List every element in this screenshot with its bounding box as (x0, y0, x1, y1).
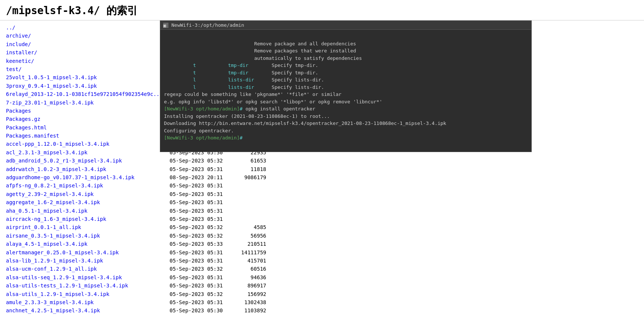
file-link[interactable]: alsa-utils_1.2.9-1_mipsel-3.4.ipk (6, 290, 170, 298)
list-item: alsa-utils-tests_1.2.9-1_mipsel-3.4.ipk0… (6, 281, 638, 290)
file-link[interactable]: accel-ppp_1.12.0-1_mipsel-3.4.ipk (6, 140, 170, 148)
option-l1: l lists-dir Specify lists-dir. (164, 77, 324, 83)
file-date: 05-Sep-2023 05:31 (170, 281, 236, 290)
file-link[interactable]: adguardhome-go_v0.107.37-1_mipsel-3.4.ip… (6, 173, 170, 181)
list-item: anchnet_4.2.5-1_mipsel-3.4.ipk05-Sep-202… (6, 306, 638, 315)
help-line-1: Remove package and all dependencies (164, 41, 356, 46)
list-item: alsa-lib_1.2.9-1_mipsel-3.4.ipk05-Sep-20… (6, 257, 638, 265)
regexp-hint-1: regexp could be something like 'pkgname*… (164, 91, 341, 97)
file-link[interactable]: afpfs-ng_0.8.2-1_mipsel-3.4.ipk (6, 181, 170, 190)
file-link[interactable]: alsa-lib_1.2.9-1_mipsel-3.4.ipk (6, 257, 170, 265)
file-size: 56956 (236, 232, 266, 240)
file-date: 08-Sep-2023 20:11 (170, 173, 236, 181)
option-t1: t tmp-dir Specify tmp-dir. (164, 62, 318, 68)
file-date: 05-Sep-2023 05:30 (170, 306, 236, 315)
file-size: 1103892 (236, 306, 266, 315)
file-link[interactable]: alsa-utils-tests_1.2.9-1_mipsel-3.4.ipk (6, 281, 170, 290)
file-link[interactable]: acl_2.3.1-3_mipsel-3.4.ipk (6, 148, 170, 157)
file-size: 14111759 (236, 248, 266, 257)
list-item: agetty_2.39-2_mipsel-3.4.ipk05-Sep-2023 … (6, 190, 638, 198)
file-size: 9086179 (236, 173, 266, 181)
terminal-window[interactable]: ▣ NewWifi-3:/opt/home/admin Remove packa… (160, 20, 532, 152)
file-date: 05-Sep-2023 05:31 (170, 165, 236, 173)
file-size: 210511 (236, 240, 266, 248)
list-item: aha_0.5.1-1_mipsel-3.4.ipk05-Sep-2023 05… (6, 207, 638, 215)
file-link[interactable]: aha_0.5.1-1_mipsel-3.4.ipk (6, 207, 170, 215)
file-date: 05-Sep-2023 05:32 (170, 265, 236, 273)
file-date: 05-Sep-2023 05:32 (170, 157, 236, 165)
list-item: alsa-ucm-conf_1.2.9-1_all.ipk05-Sep-2023… (6, 265, 638, 273)
file-link[interactable]: 7-zip_23.01-1_mipsel-3.4.ipk (6, 99, 170, 107)
list-item: addrwatch_1.0.2-3_mipsel-3.4.ipk05-Sep-2… (6, 165, 638, 173)
list-item: aircrack-ng_1.6-3_mipsel-3.4.ipk05-Sep-2… (6, 215, 638, 223)
file-link[interactable]: Packages.html (6, 123, 170, 132)
terminal-titlebar: ▣ NewWifi-3:/opt/home/admin (160, 21, 531, 30)
regexp-hint-2: e.g. opkg info 'libstd*' or opkg search … (164, 99, 382, 104)
file-link[interactable]: Packages.manifest (6, 132, 170, 140)
page-title: /mipselsf-k3.4/ 的索引 (6, 4, 638, 18)
file-size: 896917 (236, 281, 266, 290)
terminal-body: Remove package and all dependencies Remo… (160, 30, 531, 152)
list-item: adb_android_5.0.2_r1-3_mipsel-3.4.ipk05-… (6, 157, 638, 165)
file-link[interactable]: alaya_4.5-1_mipsel-3.4.ipk (6, 240, 170, 248)
content-area: ../ archive/08-Sep-2023 20:32-include/05… (0, 20, 644, 318)
file-link[interactable]: archive/ (6, 32, 170, 40)
list-item: alertmanager_0.25.0-1_mipsel-3.4.ipk05-S… (6, 248, 638, 257)
prompt-line-2: [NewWifi-3 opt/home/admin]# (164, 135, 242, 141)
option-t2: t tmp-dir Specify tmp-dir. (164, 70, 318, 75)
file-date: 05-Sep-2023 05:31 (170, 181, 236, 190)
file-link[interactable]: anchnet_4.2.5-1_mipsel-3.4.ipk (6, 306, 170, 315)
file-link[interactable]: airsane_0.3.5-1_mipsel-3.4.ipk (6, 232, 170, 240)
help-line-2: Remove packages that were installed (164, 48, 356, 54)
prompt-line-1: [NewWifi-3 opt/home/admin]# opkg install… (164, 106, 315, 112)
help-line-3: automatically to satisfy dependencies (164, 55, 362, 61)
file-link[interactable]: Packages.gz (6, 115, 170, 123)
file-date: 05-Sep-2023 05:33 (170, 240, 236, 248)
file-date: 05-Sep-2023 05:31 (170, 257, 236, 265)
install-line-1: Installing opentracker (2021-08-23-11086… (164, 113, 330, 119)
file-size: 1302438 (236, 298, 266, 306)
file-link[interactable]: airprint_0.0.1-1_all.ipk (6, 223, 170, 231)
file-link[interactable]: Packages (6, 107, 170, 115)
file-link[interactable]: adb_android_5.0.2_r1-3_mipsel-3.4.ipk (6, 157, 170, 165)
install-line-2: Downloading http://bin.entware.net/mipse… (164, 120, 446, 126)
file-link[interactable]: alsa-utils-seq_1.2.9-1_mipsel-3.4.ipk (6, 273, 170, 281)
file-link[interactable]: amule_2.3.3-3_mipsel-3.4.ipk (6, 298, 170, 306)
file-size: 61653 (236, 157, 266, 165)
install-line-3: Configuring opentracker. (164, 128, 234, 133)
list-item: amule_2.3.3-3_mipsel-3.4.ipk05-Sep-2023 … (6, 298, 638, 306)
list-item: airsane_0.3.5-1_mipsel-3.4.ipk05-Sep-202… (6, 232, 638, 240)
file-link[interactable]: 3proxy_0.9.4-1_mipsel-3.4.ipk (6, 82, 170, 90)
file-link[interactable]: aggregate_1.6-2_mipsel-3.4.ipk (6, 198, 170, 206)
file-link[interactable]: alertmanager_0.25.0-1_mipsel-3.4.ipk (6, 248, 170, 257)
list-item: alsa-utils-seq_1.2.9-1_mipsel-3.4.ipk05-… (6, 273, 638, 281)
file-date: 05-Sep-2023 05:31 (170, 248, 236, 257)
file-link[interactable]: test/ (6, 65, 170, 73)
page-header: /mipselsf-k3.4/ 的索引 (0, 0, 644, 20)
file-link[interactable]: 25volt_1.0.5-1_mipsel-3.4.ipk (6, 73, 170, 81)
file-date: 05-Sep-2023 05:31 (170, 215, 236, 223)
file-date: 05-Sep-2023 05:32 (170, 223, 236, 231)
list-item: airprint_0.0.1-1_all.ipk05-Sep-2023 05:3… (6, 223, 638, 231)
file-size: 156992 (236, 290, 266, 298)
file-date: 05-Sep-2023 05:32 (170, 232, 236, 240)
file-size: 11818 (236, 165, 266, 173)
file-date: 05-Sep-2023 05:31 (170, 190, 236, 198)
file-link[interactable]: agetty_2.39-2_mipsel-3.4.ipk (6, 190, 170, 198)
file-link[interactable]: alsa-ucm-conf_1.2.9-1_all.ipk (6, 265, 170, 273)
file-date: 05-Sep-2023 05:32 (170, 290, 236, 298)
file-date: 05-Sep-2023 05:31 (170, 298, 236, 306)
file-size: 415701 (236, 257, 266, 265)
option-l2: l lists-dir Specify lists-dir. (164, 84, 324, 90)
file-link[interactable]: installer/ (6, 48, 170, 57)
file-link[interactable]: include/ (6, 40, 170, 48)
list-item: alaya_4.5-1_mipsel-3.4.ipk05-Sep-2023 05… (6, 240, 638, 248)
file-link[interactable]: aircrack-ng_1.6-3_mipsel-3.4.ipk (6, 215, 170, 223)
parent-link[interactable]: ../ (6, 23, 170, 32)
file-size: 94636 (236, 273, 266, 281)
file-size: 4585 (236, 223, 266, 231)
file-link[interactable]: 6relayd_2013-12-10.1-0381cf15e9721054f90… (6, 90, 170, 98)
terminal-title: NewWifi-3:/opt/home/admin (171, 22, 244, 28)
file-link[interactable]: keenetic/ (6, 57, 170, 65)
file-link[interactable]: addrwatch_1.0.2-3_mipsel-3.4.ipk (6, 165, 170, 173)
